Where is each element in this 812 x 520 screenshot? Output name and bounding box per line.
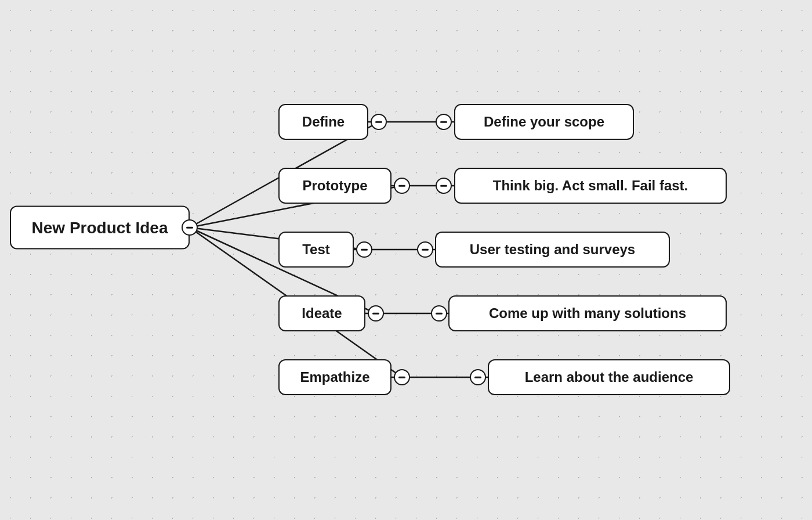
prototype-node[interactable]: Prototype [278,168,392,204]
ideate-right-connector-circle [431,305,447,322]
connection-lines [0,0,812,520]
empathize-label: Empathize [300,369,369,385]
define-child-node[interactable]: Define your scope [454,104,634,140]
root-connector-circle [182,219,198,236]
prototype-child-node[interactable]: Think big. Act small. Fail fast. [454,168,727,204]
define-connector-circle [371,114,387,130]
ideate-connector-circle [368,305,384,322]
empathize-child-label: Learn about the audience [525,369,694,385]
prototype-connector-circle [394,178,410,194]
ideate-node[interactable]: Ideate [278,295,365,331]
root-label: New Product Idea [32,218,168,237]
test-child-label: User testing and surveys [470,241,635,258]
empathize-connector-circle [394,369,410,385]
test-right-connector-circle [417,241,433,258]
prototype-child-label: Think big. Act small. Fail fast. [493,178,688,194]
define-child-label: Define your scope [484,114,604,130]
ideate-child-label: Come up with many solutions [489,305,686,322]
test-child-node[interactable]: User testing and surveys [435,232,670,268]
empathize-node[interactable]: Empathize [278,359,392,395]
root-node[interactable]: New Product Idea [10,206,190,250]
test-node[interactable]: Test [278,232,354,268]
test-connector-circle [356,241,372,258]
ideate-child-node[interactable]: Come up with many solutions [448,295,727,331]
mindmap-canvas: New Product Idea Define Define your scop… [0,0,812,520]
ideate-label: Ideate [302,305,342,322]
define-right-connector-circle [436,114,452,130]
prototype-label: Prototype [302,178,367,194]
define-node[interactable]: Define [278,104,368,140]
define-label: Define [302,114,345,130]
test-label: Test [302,241,330,258]
empathize-right-connector-circle [470,369,486,385]
prototype-right-connector-circle [436,178,452,194]
empathize-child-node[interactable]: Learn about the audience [488,359,730,395]
